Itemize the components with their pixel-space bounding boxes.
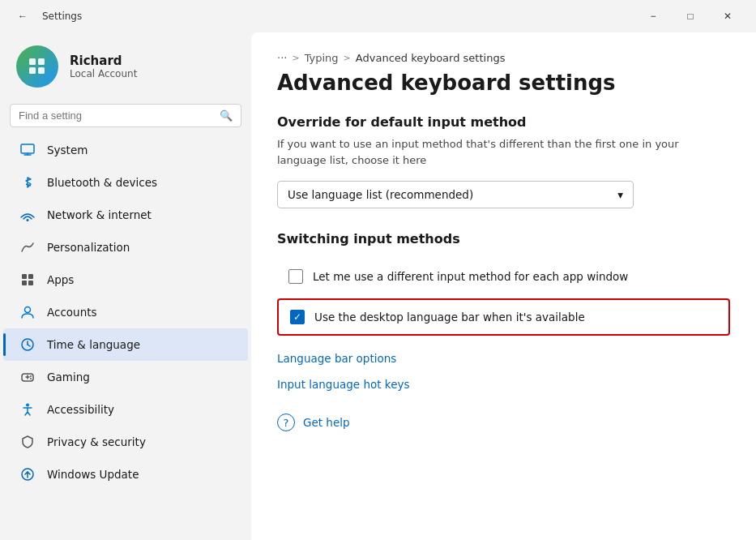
user-info: Richard Local Account bbox=[70, 54, 137, 79]
svg-point-14 bbox=[25, 307, 31, 313]
sidebar-item-system[interactable]: System bbox=[3, 134, 248, 166]
get-help-link[interactable]: ? Get help bbox=[277, 414, 730, 431]
checkbox-2[interactable] bbox=[290, 310, 305, 324]
svg-rect-1 bbox=[29, 58, 36, 65]
svg-point-22 bbox=[30, 378, 32, 379]
sidebar-label-accessibility: Accessibility bbox=[47, 403, 114, 416]
maximize-button[interactable]: □ bbox=[672, 3, 709, 29]
close-button[interactable]: ✕ bbox=[709, 3, 746, 29]
svg-point-21 bbox=[30, 375, 32, 377]
user-section: Richard Local Account bbox=[0, 32, 251, 101]
sidebar-label-gaming: Gaming bbox=[47, 371, 90, 384]
privacy-security-icon bbox=[19, 434, 36, 450]
sidebar-item-windows-update[interactable]: Windows Update bbox=[3, 458, 248, 491]
language-bar-options-link[interactable]: Language bar options bbox=[277, 345, 730, 371]
input-language-hotkeys-link[interactable]: Input language hot keys bbox=[277, 371, 730, 397]
checkbox-2-label: Use the desktop language bar when it's a… bbox=[314, 311, 585, 324]
sidebar-item-accessibility[interactable]: Accessibility bbox=[3, 393, 248, 426]
page-title: Advanced keyboard settings bbox=[277, 71, 730, 95]
sidebar-item-apps[interactable]: Apps bbox=[3, 264, 248, 296]
back-button[interactable]: ← bbox=[10, 3, 36, 29]
accessibility-icon bbox=[19, 401, 36, 418]
sidebar-label-windows-update: Windows Update bbox=[47, 468, 139, 481]
nav-menu: System Bluetooth & devices bbox=[0, 134, 251, 491]
svg-rect-12 bbox=[22, 281, 27, 285]
apps-icon bbox=[19, 272, 36, 288]
sidebar-label-personalization: Personalization bbox=[47, 241, 130, 254]
sidebar-label-accounts: Accounts bbox=[47, 306, 97, 319]
breadcrumb-typing[interactable]: Typing bbox=[305, 52, 339, 64]
svg-rect-3 bbox=[29, 67, 36, 74]
sidebar-label-bluetooth: Bluetooth & devices bbox=[47, 176, 157, 189]
breadcrumb-dots[interactable]: ··· bbox=[277, 52, 287, 64]
section2-title: Switching input methods bbox=[277, 231, 730, 246]
get-help-label: Get help bbox=[303, 416, 350, 429]
svg-rect-4 bbox=[38, 67, 45, 74]
user-name: Richard bbox=[70, 54, 137, 68]
sidebar-label-time-language: Time & language bbox=[47, 338, 140, 351]
network-icon bbox=[19, 207, 36, 223]
svg-rect-5 bbox=[21, 144, 34, 153]
breadcrumb: ··· > Typing > Advanced keyboard setting… bbox=[277, 52, 730, 64]
checkbox-row-1: Let me use a different input method for … bbox=[277, 259, 730, 294]
title-bar-left: ← Settings bbox=[10, 3, 82, 29]
sidebar: Richard Local Account 🔍 Sys bbox=[0, 32, 251, 540]
svg-line-17 bbox=[28, 345, 30, 346]
content-area: ··· > Typing > Advanced keyboard setting… bbox=[251, 32, 756, 540]
main-container: Richard Local Account 🔍 Sys bbox=[0, 32, 756, 540]
sidebar-label-system: System bbox=[47, 144, 88, 156]
sidebar-item-network[interactable]: Network & internet bbox=[3, 199, 248, 231]
svg-rect-10 bbox=[22, 274, 27, 279]
gaming-icon bbox=[19, 369, 36, 385]
checkbox-1-label: Let me use a different input method for … bbox=[313, 270, 628, 283]
bluetooth-icon bbox=[19, 174, 36, 191]
svg-point-23 bbox=[26, 404, 29, 407]
sidebar-item-personalization[interactable]: Personalization bbox=[3, 231, 248, 264]
personalization-icon bbox=[19, 239, 36, 255]
help-icon: ? bbox=[277, 414, 295, 431]
checkbox-row-2: Use the desktop language bar when it's a… bbox=[277, 298, 730, 336]
breadcrumb-current: Advanced keyboard settings bbox=[356, 52, 506, 64]
sidebar-label-privacy-security: Privacy & security bbox=[47, 435, 146, 448]
system-icon bbox=[19, 142, 36, 158]
windows-update-icon bbox=[19, 466, 36, 482]
sidebar-label-network: Network & internet bbox=[47, 208, 152, 221]
breadcrumb-sep1: > bbox=[292, 53, 299, 63]
checkbox-1[interactable] bbox=[288, 269, 303, 284]
svg-rect-2 bbox=[38, 58, 45, 65]
input-method-dropdown-container: Use language list (recommended) ▾ bbox=[277, 181, 730, 208]
dropdown-arrow-icon: ▾ bbox=[617, 188, 623, 201]
accounts-icon bbox=[19, 304, 36, 320]
user-account-type: Local Account bbox=[70, 68, 137, 79]
sidebar-item-gaming[interactable]: Gaming bbox=[3, 361, 248, 393]
search-box: 🔍 bbox=[10, 104, 241, 127]
svg-rect-0 bbox=[21, 50, 53, 83]
sidebar-item-time-language[interactable]: Time & language bbox=[3, 328, 248, 361]
sidebar-label-apps: Apps bbox=[47, 273, 74, 286]
sidebar-item-bluetooth[interactable]: Bluetooth & devices bbox=[3, 166, 248, 199]
minimize-button[interactable]: − bbox=[634, 3, 672, 29]
app-title: Settings bbox=[42, 11, 82, 22]
search-icon: 🔍 bbox=[220, 109, 233, 122]
avatar bbox=[16, 45, 58, 88]
time-language-icon bbox=[19, 336, 36, 353]
sidebar-item-privacy-security[interactable]: Privacy & security bbox=[3, 426, 248, 458]
dropdown-value: Use language list (recommended) bbox=[288, 188, 473, 201]
breadcrumb-sep2: > bbox=[344, 53, 351, 63]
title-bar: ← Settings − □ ✕ bbox=[0, 0, 756, 32]
window-controls: − □ ✕ bbox=[634, 3, 746, 29]
input-method-dropdown[interactable]: Use language list (recommended) ▾ bbox=[277, 181, 634, 208]
svg-point-9 bbox=[27, 219, 29, 221]
svg-rect-11 bbox=[28, 274, 33, 279]
search-input[interactable] bbox=[19, 109, 213, 122]
section1-description: If you want to use an input method that'… bbox=[277, 136, 730, 168]
svg-rect-13 bbox=[28, 281, 33, 285]
search-container: 🔍 bbox=[0, 101, 251, 134]
section1-title: Override for default input method bbox=[277, 114, 730, 130]
sidebar-item-accounts[interactable]: Accounts bbox=[3, 296, 248, 328]
